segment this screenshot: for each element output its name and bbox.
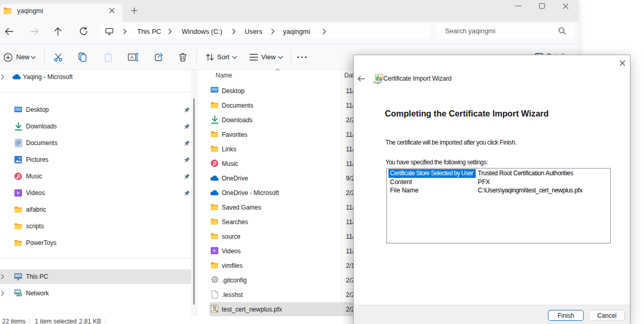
svg-text:A: A [130, 54, 134, 60]
